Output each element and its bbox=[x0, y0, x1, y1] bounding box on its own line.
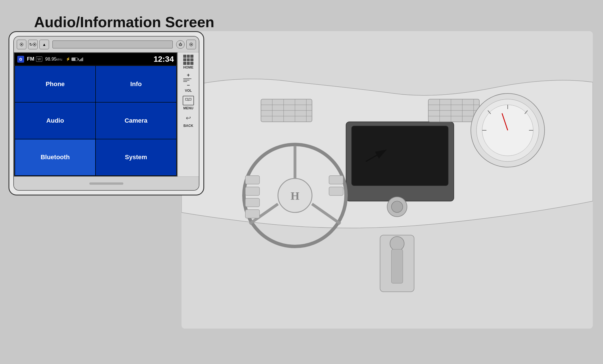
bottom-area bbox=[14, 176, 199, 190]
svg-rect-36 bbox=[245, 198, 260, 207]
svg-rect-37 bbox=[245, 210, 260, 218]
battery-icon bbox=[71, 58, 78, 61]
home-label: HOME bbox=[183, 65, 193, 69]
right-btn[interactable]: ⦿ bbox=[186, 40, 196, 49]
svg-point-43 bbox=[390, 237, 404, 251]
head-unit: ⦿ ↻⦿ ▲ ⏻ ⦿ ✿ FM W 98.95MHz bbox=[9, 31, 204, 195]
svg-point-41 bbox=[391, 201, 403, 212]
svg-rect-39 bbox=[329, 187, 343, 195]
vol-minus-icon: − bbox=[184, 82, 192, 88]
svg-rect-44 bbox=[391, 249, 403, 283]
top-controls: ⦿ ↻⦿ ▲ ⏻ ⦿ bbox=[14, 37, 199, 52]
back-control[interactable]: ↩ BACK bbox=[180, 113, 197, 128]
settings-icon: ✿ bbox=[17, 56, 24, 63]
svg-rect-2 bbox=[352, 126, 448, 186]
camera-button[interactable]: Camera bbox=[96, 103, 176, 139]
svg-rect-34 bbox=[245, 176, 260, 184]
status-icons: ⚡ bbox=[66, 57, 83, 61]
status-band: W bbox=[36, 56, 42, 62]
eject-btn[interactable]: ▲ bbox=[39, 40, 49, 49]
audio-button[interactable]: Audio bbox=[15, 103, 95, 139]
home-icon bbox=[182, 55, 195, 65]
page-title: Audio/Information Screen bbox=[34, 14, 214, 31]
status-left: ✿ FM W 98.95MHz ⚡ bbox=[17, 56, 83, 63]
bluetooth-status-icon: ⚡ bbox=[66, 57, 70, 61]
screen-area: ✿ FM W 98.95MHz ⚡ bbox=[14, 52, 199, 176]
vol-icon: + − bbox=[182, 72, 195, 88]
svg-rect-35 bbox=[245, 187, 260, 195]
vol-control[interactable]: + − VOL bbox=[180, 72, 197, 93]
side-controls: HOME + − VOL bbox=[177, 52, 199, 176]
menu-control[interactable]: MENU bbox=[180, 95, 197, 110]
signal-bars bbox=[79, 57, 83, 61]
source-btn[interactable]: ⦿ bbox=[17, 40, 26, 49]
svg-rect-47 bbox=[189, 98, 191, 100]
bottom-bar bbox=[89, 182, 123, 185]
vol-label: VOL bbox=[185, 89, 192, 93]
menu-icon bbox=[182, 95, 195, 106]
bluetooth-button[interactable]: Bluetooth bbox=[15, 139, 95, 175]
vol-plus-icon: + bbox=[184, 72, 192, 78]
status-time: 12:34 bbox=[153, 55, 174, 64]
home-control[interactable]: HOME bbox=[180, 55, 197, 69]
menu-label: MENU bbox=[183, 106, 193, 110]
power-btn[interactable]: ⏻ bbox=[176, 40, 185, 49]
back-icon: ↩ bbox=[182, 113, 195, 123]
status-bar: ✿ FM W 98.95MHz ⚡ bbox=[14, 53, 177, 65]
menu-grid: Phone Info Audio Camera Bluetooth System bbox=[14, 65, 177, 176]
cd-slot bbox=[52, 41, 173, 48]
status-source: FM bbox=[27, 56, 34, 62]
car-illustration: H bbox=[182, 31, 593, 329]
phone-button[interactable]: Phone bbox=[15, 66, 95, 102]
svg-rect-46 bbox=[185, 98, 188, 100]
svg-rect-38 bbox=[329, 176, 343, 184]
status-frequency: 98.95MHz bbox=[45, 57, 62, 62]
back-label: BACK bbox=[184, 124, 193, 128]
vol-lines bbox=[183, 78, 193, 82]
display-screen: ✿ FM W 98.95MHz ⚡ bbox=[14, 52, 177, 176]
system-button[interactable]: System bbox=[96, 139, 176, 175]
sync-btn[interactable]: ↻⦿ bbox=[28, 40, 38, 49]
svg-text:H: H bbox=[290, 190, 299, 202]
info-button[interactable]: Info bbox=[96, 66, 176, 102]
